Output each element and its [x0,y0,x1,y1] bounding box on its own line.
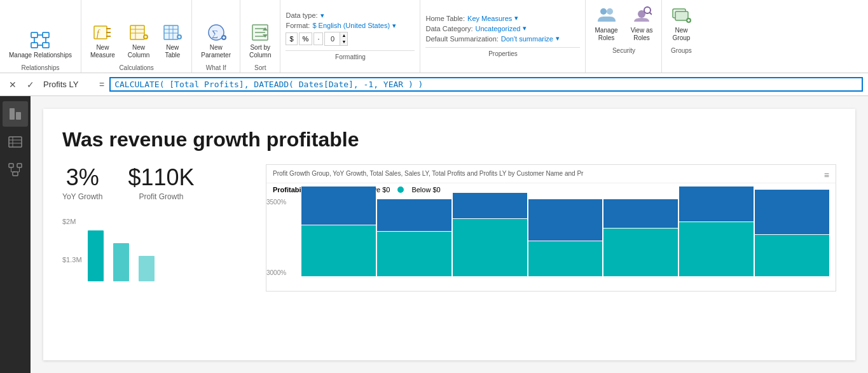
chart-body: 3500% 3000% [266,196,836,279]
ribbon-group-sort: Sort byColumn Sort [240,0,280,73]
svg-rect-3 [43,43,49,48]
new-parameter-button[interactable]: ∑ NewParameter [196,20,236,62]
svg-rect-2 [31,43,38,48]
formula-confirm-button[interactable]: ✓ [23,77,38,92]
home-table-arrow[interactable]: ▾ [514,14,518,22]
separator-btn[interactable]: · [313,32,323,45]
page-canvas: Was revenue growth profitable 3% YoY Gro… [43,109,855,360]
bar-teal-2 [377,232,451,276]
view-as-roles-icon [631,5,652,25]
svg-line-43 [650,13,652,15]
chart-bars-area [301,199,829,276]
kpi-cards: 3% YoY Growth $110K Profit Growth [62,164,253,201]
bar-teal-5 [603,229,678,276]
security-items: ManageRoles View asRoles [589,3,658,45]
decimal-arrows[interactable]: ▲ ▼ [340,32,347,45]
calculations-items: f NewMeasure [85,20,188,62]
security-label: Security [589,47,658,55]
data-category-row: Data Category: Uncategorized ▾ [425,24,580,32]
manage-roles-button[interactable]: ManageRoles [589,3,623,45]
y-label-top: 3500% [266,199,286,206]
groups-section: NewGroup Groups [662,0,700,73]
chart-col-4 [528,199,603,276]
model-view-btn[interactable] [3,157,28,183]
svg-point-39 [600,8,607,15]
chart-drag-icon[interactable]: ≡ [824,170,829,180]
manage-relationships-icon [30,30,50,50]
view-as-roles-button[interactable]: View asRoles [626,3,658,45]
percent-btn[interactable]: % [299,32,313,45]
decimal-down[interactable]: ▼ [340,39,347,45]
svg-rect-45 [675,11,688,20]
format-dropdown-arrow[interactable]: ▾ [392,22,396,30]
datatype-row: Data type: ▾ [286,11,415,20]
default-summary-value[interactable]: Don't summarize [501,35,553,43]
ribbon-tabs: Manage Relationships Relationships f [0,0,868,73]
legend-label-below: Below $0 [411,186,440,194]
formula-text: CALCULATE( [Total Profits], DATEADD( Dat… [114,80,423,89]
bar-chart-label-2: $1.3M [62,256,82,264]
formula-cancel-button[interactable]: ✕ [5,77,20,92]
new-column-button[interactable]: NewColumn [123,20,155,62]
new-table-button[interactable]: NewTable [157,20,188,62]
datatype-label: Data type: [286,11,317,19]
bar-teal-3 [453,219,527,276]
currency-row: $ % · 0 ▲ ▼ [286,32,415,46]
new-group-button[interactable]: NewGroup [666,3,696,45]
new-column-label: NewColumn [128,44,149,59]
left-nav [0,96,31,373]
decimal-spinner[interactable]: 0 ▲ ▼ [324,32,348,46]
properties-section: Home Table: Key Measures ▾ Data Category… [420,0,586,73]
datatype-dropdown[interactable]: ▾ [320,11,324,20]
whatif-items: ∑ NewParameter [196,20,236,62]
new-measure-label: NewMeasure [90,44,115,59]
bar-blue-7 [755,190,829,234]
svg-rect-63 [113,243,129,281]
home-table-value[interactable]: Key Measures [467,15,512,22]
manage-roles-label: ManageRoles [595,27,617,42]
decimal-up[interactable]: ▲ [340,32,347,39]
svg-rect-13 [130,25,144,39]
main-content: Was revenue growth profitable 3% YoY Gro… [31,96,868,373]
view-as-roles-label: View asRoles [631,27,653,42]
svg-point-40 [607,8,613,15]
currency-symbol-btn[interactable]: $ [286,32,297,45]
bar-blue-4 [528,199,603,241]
new-parameter-label: NewParameter [201,44,231,59]
svg-rect-51 [9,137,22,147]
kpi-yoy-label: YoY Growth [62,192,102,201]
report-view-btn[interactable] [3,101,28,127]
kpi-profit-label: Profit Growth [139,192,183,201]
page-title: Was revenue growth profitable [62,128,836,151]
chart-col-6 [679,186,754,276]
y-label-mid: 3000% [266,269,286,276]
data-category-label: Data Category: [425,25,472,32]
data-category-value[interactable]: Uncategorized [475,25,520,32]
relationships-group-label: Relationships [21,64,59,73]
sort-by-column-button[interactable]: Sort byColumn [244,20,276,62]
new-group-icon [671,5,691,25]
new-group-label: NewGroup [673,27,691,42]
formula-input[interactable]: CALCULATE( [Total Profits], DATEADD( Dat… [109,77,863,92]
formula-bar: ✕ ✓ Profits LY = CALCULATE( [Total Profi… [0,73,868,96]
chart-col-3 [453,193,527,276]
new-column-icon [128,22,149,43]
format-dropdown[interactable]: $ English (United States) [312,22,390,29]
svg-rect-49 [10,108,15,120]
chart-col-1 [301,186,376,276]
new-measure-icon: f [92,22,113,43]
decimal-value: 0 [325,32,340,45]
svg-rect-56 [17,164,22,167]
bar-teal-1 [301,225,376,276]
home-table-label: Home Table: [425,15,465,22]
new-measure-button[interactable]: f NewMeasure [85,20,120,62]
default-summary-arrow[interactable]: ▾ [556,34,560,43]
chart-col-7 [755,190,829,276]
data-view-btn[interactable] [3,129,28,155]
manage-relationships-button[interactable]: Manage Relationships [4,27,77,62]
data-category-arrow[interactable]: ▾ [523,24,527,32]
bar-blue-2 [377,199,451,231]
kpi-section: 3% YoY Growth $110K Profit Growth $2M $1… [62,164,253,281]
svg-rect-1 [43,32,49,38]
bar-blue-1 [301,186,376,225]
